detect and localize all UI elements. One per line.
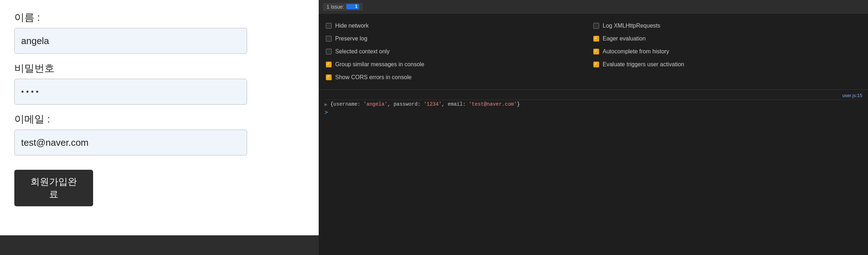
email-input[interactable] [14,130,247,155]
console-prompt-line: > [324,108,862,116]
console-prompt-symbol[interactable]: > [324,108,328,116]
checkbox-eager-eval[interactable] [593,36,599,42]
setting-selected-context[interactable]: Selected context only [326,45,593,58]
log-xml-label: Log XMLHttpRequests [603,23,660,29]
email-form-group: 이메일 : [14,112,304,155]
preserve-log-label: Preserve log [335,35,367,42]
checkbox-log-xml[interactable] [593,23,599,29]
name-form-group: 이름 : [14,11,304,54]
checkbox-show-cors[interactable] [326,74,332,80]
checkbox-eval-triggers[interactable] [593,62,599,67]
console-settings: Hide network Log XMLHttpRequests Preserv… [319,14,868,90]
submit-button[interactable]: 회원가입완료 [14,170,93,206]
email-label: 이메일 : [14,112,304,126]
webpage-panel: 이름 : 비밀번호 이메일 : 회원가입완료 [0,0,319,255]
setting-hide-network[interactable]: Hide network [326,19,593,32]
hide-network-label: Hide network [335,23,368,29]
autocomplete-label: Autocomplete from history [603,48,669,55]
setting-show-cors[interactable]: Show CORS errors in console [326,71,593,84]
devtools-panel: 1 Issue: 1 Hide network Log XMLHtt [319,0,868,255]
group-similar-label: Group similar messages in console [335,61,424,68]
expand-arrow-icon[interactable]: ▶ [324,101,327,107]
setting-log-xml[interactable]: Log XMLHttpRequests [593,19,861,32]
setting-group-similar[interactable]: Group similar messages in console [326,58,593,71]
issues-text: 1 Issue: [327,4,344,10]
password-form-group: 비밀번호 [14,62,304,105]
svg-marker-1 [349,8,351,9]
eager-eval-label: Eager evaluation [603,35,646,42]
setting-autocomplete[interactable]: Autocomplete from history [593,45,861,58]
checkbox-selected-context[interactable] [326,49,332,54]
issues-bar: 1 Issue: 1 [319,0,868,14]
svg-rect-0 [348,5,353,8]
console-output: user.js:15 ▶ {username: 'angela', passwo… [319,90,868,255]
console-object-line: ▶ {username: 'angela', password: '1234',… [324,101,862,107]
checkbox-group-similar[interactable] [326,62,332,67]
show-cors-label: Show CORS errors in console [335,74,411,81]
name-label: 이름 : [14,11,304,24]
setting-preserve-log[interactable]: Preserve log [326,32,593,45]
name-input[interactable] [14,28,247,54]
issues-tab[interactable]: 1 Issue: 1 [323,3,363,11]
setting-eager-eval[interactable]: Eager evaluation [593,32,861,45]
checkbox-hide-network[interactable] [326,23,332,29]
selected-context-label: Selected context only [335,48,390,55]
checkbox-autocomplete[interactable] [593,49,599,54]
setting-eval-triggers[interactable]: Evaluate triggers user activation [593,58,861,71]
console-object-value: {username: 'angela', password: '1234', e… [330,101,520,107]
password-input[interactable] [14,79,247,105]
password-label: 비밀번호 [14,62,304,75]
settings-empty [593,71,861,84]
checkbox-preserve-log[interactable] [326,36,332,42]
left-bottom-bar [0,235,319,255]
issues-badge: 1 [346,4,359,9]
console-file-reference[interactable]: user.js:15 [324,93,862,100]
eval-triggers-label: Evaluate triggers user activation [603,61,684,68]
